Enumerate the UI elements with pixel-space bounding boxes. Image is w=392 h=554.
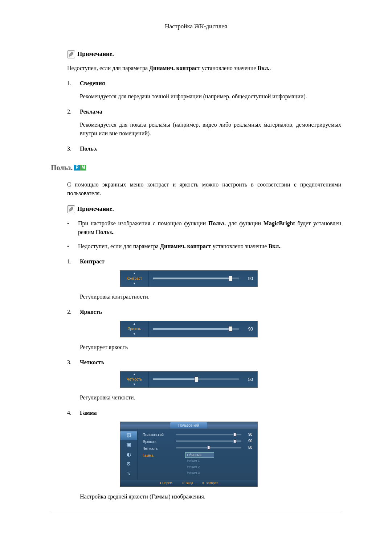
note-block-1: Примечание. <box>67 49 341 59</box>
gamma-sidebar: 🖼 ▣ ◐ ⚙ ↘ <box>120 429 138 480</box>
list-item: 3. Четкость ▲ Четкость ▼ 50 Регулировка … <box>67 358 341 402</box>
section-heading-polz: Польз. P M <box>51 162 341 173</box>
gamma-menu-footer: ♦ Перем. ⏎ Вход ↺ Возврат <box>120 480 257 487</box>
contrast-slider[interactable] <box>153 278 239 279</box>
brightness-value: 90 <box>244 326 253 332</box>
badge-p-icon: P <box>74 165 80 171</box>
mini-slider[interactable] <box>176 440 241 442</box>
list-item: 4. Гамма Пользов-кий 🖼 ▣ ◐ ⚙ ↘ Пользов-к… <box>67 409 341 501</box>
slider-left-cell: ▲ Яркость ▼ <box>120 321 148 337</box>
slider-track-wrap: 50 <box>148 372 257 387</box>
slider-track-wrap: 90 <box>148 271 257 287</box>
footer-enter: ⏎ Вход <box>182 481 193 486</box>
custom-settings-list: 1. Контраст ▲ Контраст ▼ 90 Регулировка … <box>67 257 341 501</box>
menu-row: 90 <box>176 439 252 444</box>
mini-slider[interactable] <box>176 447 241 448</box>
screen-icon[interactable]: ▣ <box>120 441 137 450</box>
gamma-options: Обычный Режим 1 Режим 2 Режим 3 <box>185 452 252 476</box>
list-item: 2. Яркость ▲ Яркость ▼ 90 Регулирует ярк… <box>67 308 341 352</box>
arrow-down-icon[interactable]: ▼ <box>133 282 136 286</box>
sharpness-value: 50 <box>244 376 253 383</box>
arrow-up-icon[interactable]: ▲ <box>133 271 136 276</box>
list-item: 3. Польз. <box>67 144 341 153</box>
gamma-option[interactable]: Режим 1 <box>185 458 214 464</box>
note-bullet-list: При настройке изображения с помощью функ… <box>67 219 341 251</box>
gamma-option[interactable]: Режим 3 <box>185 470 214 476</box>
sharpness-slider-panel: ▲ Четкость ▼ 50 <box>120 371 258 388</box>
slider-left-cell: ▲ Контраст ▼ <box>120 271 148 287</box>
arrow-down-icon[interactable]: ▼ <box>133 382 136 387</box>
gamma-menu-tab: Пользов-кий <box>170 422 207 428</box>
bullet-item: Недоступен, если для параметра Динамич. … <box>67 242 341 251</box>
list-item: 1. Контраст ▲ Контраст ▼ 90 Регулировка … <box>67 257 341 301</box>
gamma-option[interactable]: Режим 2 <box>185 464 214 470</box>
note1-paragraph: Недоступен, если для параметра Динамич. … <box>67 64 341 73</box>
footer-move: ♦ Перем. <box>160 481 173 486</box>
contrast-slider-panel: ▲ Контраст ▼ 90 <box>120 270 258 287</box>
list-item: 2. Реклама Рекомендуется для показа рекл… <box>67 107 341 138</box>
note-heading-text: Примечание. <box>77 50 114 57</box>
menu-row: 90 <box>176 432 252 437</box>
note-icon <box>67 205 75 213</box>
picture-icon[interactable]: 🖼 <box>120 431 137 440</box>
gamma-menu-panel: Пользов-кий 🖼 ▣ ◐ ⚙ ↘ Пользов-кий Яркост… <box>120 422 258 487</box>
menu-row: 50 <box>176 445 252 450</box>
page-header: Настройка ЖК-дисплея <box>51 22 341 31</box>
brightness-slider-panel: ▲ Яркость ▼ 90 <box>120 321 258 337</box>
arrow-up-icon[interactable]: ▲ <box>133 372 136 377</box>
footer-return: ↺ Возврат <box>202 481 218 486</box>
note-icon <box>67 50 75 58</box>
menu-label[interactable]: Пользов-кий <box>143 432 170 438</box>
arrow-down-icon[interactable]: ▼ <box>133 332 136 336</box>
brightness-slider[interactable] <box>153 328 239 330</box>
section-intro: С помощью экранных меню контраст и яркос… <box>67 180 341 198</box>
badge-m-icon: M <box>80 165 86 171</box>
setup-icon[interactable]: ⚙ <box>120 460 137 468</box>
note-heading-text: Примечание. <box>77 205 114 212</box>
slider-left-cell: ▲ Четкость ▼ <box>120 372 148 387</box>
arrow-up-icon[interactable]: ▲ <box>133 322 136 326</box>
contrast-value: 90 <box>244 275 253 282</box>
gamma-option[interactable]: Обычный <box>185 452 214 458</box>
gamma-menu-header: Пользов-кий <box>120 422 257 429</box>
sound-icon[interactable]: ◐ <box>120 450 137 459</box>
menu-label[interactable]: Яркость <box>143 439 170 444</box>
note-block-2: Примечание. <box>67 204 341 214</box>
menu-label-active[interactable]: Гамма <box>143 453 170 458</box>
mini-slider[interactable] <box>176 434 241 435</box>
slider-track-wrap: 90 <box>148 321 257 337</box>
menu-label[interactable]: Четкость <box>143 446 170 451</box>
sharpness-slider[interactable] <box>153 378 239 380</box>
magicbright-list: 1. Сведения Рекомендуется для передачи т… <box>67 79 341 153</box>
list-item: 1. Сведения Рекомендуется для передачи т… <box>67 79 341 101</box>
bullet-item: При настройке изображения с помощью функ… <box>67 219 341 237</box>
input-icon[interactable]: ↘ <box>120 469 137 478</box>
footer-rule <box>51 512 341 512</box>
